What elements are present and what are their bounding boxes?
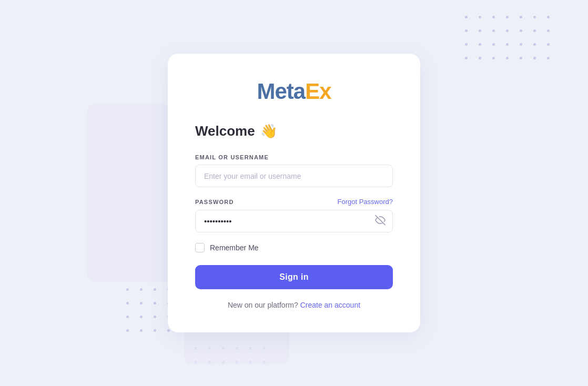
dot xyxy=(533,57,536,59)
background-card-left xyxy=(87,104,171,282)
dot xyxy=(533,16,536,18)
new-platform-text: New on our platform? xyxy=(228,301,298,309)
login-card: MetaEx Welcome 👋 EMAIL OR USERNAME PASSW… xyxy=(168,54,420,332)
dot xyxy=(126,302,129,304)
create-account-link[interactable]: Create an account xyxy=(300,301,360,309)
dot xyxy=(492,29,495,32)
dot xyxy=(140,316,143,318)
dot xyxy=(465,16,468,18)
dot xyxy=(154,329,156,332)
dot xyxy=(167,329,170,332)
dot xyxy=(533,43,536,46)
welcome-text: Welcome xyxy=(195,123,255,139)
create-account-row: New on our platform? Create an account xyxy=(195,301,393,309)
logo-ex: Ex xyxy=(305,79,331,104)
forgot-password-link[interactable]: Forgot Password? xyxy=(338,198,393,206)
dot xyxy=(140,288,143,291)
dot xyxy=(465,43,468,46)
password-toggle-icon[interactable] xyxy=(375,215,386,228)
dot xyxy=(506,29,509,32)
dot xyxy=(547,16,550,18)
dot xyxy=(154,302,156,304)
dot xyxy=(465,57,468,59)
password-form-group: PASSWORD Forgot Password? xyxy=(195,198,393,232)
signin-button[interactable]: Sign in xyxy=(195,265,393,289)
logo: MetaEx xyxy=(195,79,393,104)
password-input[interactable] xyxy=(195,210,393,232)
password-label: PASSWORD xyxy=(195,199,234,205)
dot xyxy=(126,329,129,332)
dot xyxy=(533,29,536,32)
dot xyxy=(479,16,481,18)
dot xyxy=(547,57,550,59)
dot xyxy=(520,43,522,46)
dot-grid-top-right xyxy=(465,16,556,66)
dot xyxy=(492,43,495,46)
remember-me-label[interactable]: Remember Me xyxy=(210,243,259,252)
dot xyxy=(506,16,509,18)
remember-me-checkbox[interactable] xyxy=(195,243,205,252)
dot xyxy=(126,316,129,318)
dot xyxy=(520,57,522,59)
dot xyxy=(520,29,522,32)
dot xyxy=(506,43,509,46)
dot xyxy=(154,316,156,318)
dot xyxy=(520,16,522,18)
dot xyxy=(547,29,550,32)
password-input-wrapper xyxy=(195,210,393,232)
email-label: EMAIL OR USERNAME xyxy=(195,154,393,160)
dot xyxy=(140,302,143,304)
dot xyxy=(479,29,481,32)
dot xyxy=(506,57,509,59)
dot xyxy=(465,29,468,32)
dot xyxy=(547,43,550,46)
dot xyxy=(492,57,495,59)
remember-me-row: Remember Me xyxy=(195,243,393,252)
dot xyxy=(140,329,143,332)
welcome-heading: Welcome 👋 xyxy=(195,123,393,139)
dot xyxy=(479,43,481,46)
logo-meta: Meta xyxy=(257,79,305,104)
welcome-emoji: 👋 xyxy=(260,123,277,139)
email-form-group: EMAIL OR USERNAME xyxy=(195,154,393,187)
dot xyxy=(492,16,495,18)
dot xyxy=(126,288,129,291)
dot xyxy=(154,288,156,291)
dot xyxy=(479,57,481,59)
email-input[interactable] xyxy=(195,165,393,187)
